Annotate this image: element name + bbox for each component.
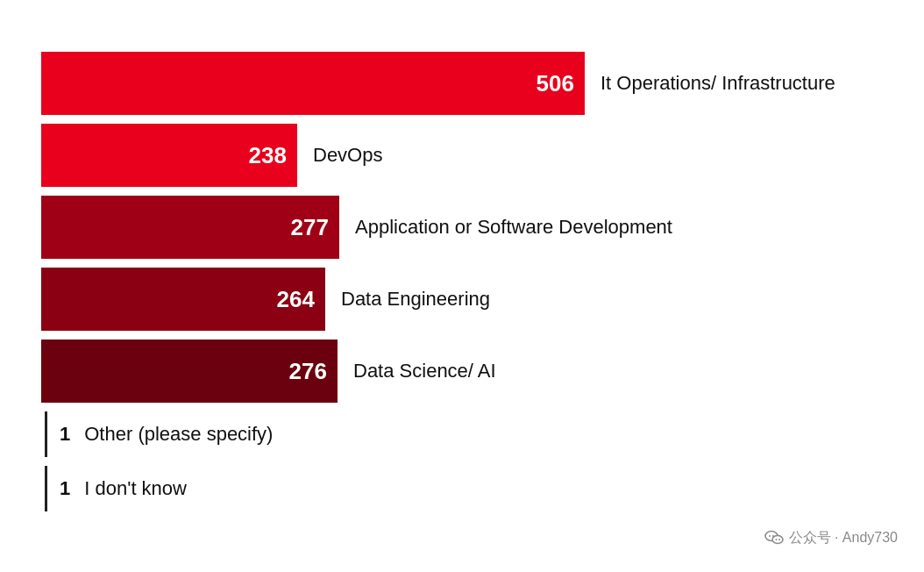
wechat-icon — [764, 528, 784, 547]
svg-point-3 — [772, 536, 783, 544]
bar-label-it-ops: It Operations/ Infrastructure — [601, 72, 835, 95]
bar-wrapper-data-sci: 276 — [41, 340, 338, 403]
bar-label-data-sci: Data Science/ AI — [353, 360, 496, 383]
watermark-text: 公众号 · Andy730 — [789, 529, 899, 547]
bar-devops: 238 — [41, 124, 297, 187]
small-value-other: 1 — [60, 423, 70, 446]
bar-row-app-dev: 277Application or Software Development — [41, 196, 883, 259]
bar-value-app-dev: 277 — [291, 214, 329, 241]
watermark: 公众号 · Andy730 — [764, 528, 899, 547]
bar-wrapper-data-eng: 264 — [41, 268, 325, 331]
bar-data-sci: 276 — [41, 340, 338, 403]
bar-wrapper-devops: 238 — [41, 124, 297, 187]
bar-value-data-eng: 264 — [277, 286, 315, 313]
small-row-dont-know: 1I don't know — [41, 466, 883, 511]
bar-row-it-ops: 506It Operations/ Infrastructure — [41, 52, 883, 115]
small-row-border-other: 1Other (please specify) — [45, 411, 273, 457]
bar-wrapper-it-ops: 506 — [41, 52, 585, 115]
svg-point-5 — [778, 539, 780, 540]
small-label-dont-know: I don't know — [84, 477, 187, 500]
bar-row-data-eng: 264Data Engineering — [41, 268, 883, 331]
small-row-border-dont-know: 1I don't know — [45, 466, 187, 511]
chart-container: 506It Operations/ Infrastructure238DevOp… — [32, 34, 892, 538]
bar-label-data-eng: Data Engineering — [341, 288, 490, 311]
bar-app-dev: 277 — [41, 196, 339, 259]
bar-value-it-ops: 506 — [537, 70, 574, 97]
small-row-other: 1Other (please specify) — [41, 411, 883, 457]
svg-point-1 — [769, 535, 771, 537]
bar-data-eng: 264 — [41, 268, 325, 331]
bar-wrapper-app-dev: 277 — [41, 196, 339, 259]
bar-value-data-sci: 276 — [289, 358, 327, 385]
small-label-other: Other (please specify) — [84, 423, 273, 446]
bar-row-devops: 238DevOps — [41, 124, 883, 187]
bar-row-data-sci: 276Data Science/ AI — [41, 340, 883, 403]
bar-it-ops: 506 — [41, 52, 585, 115]
bar-label-app-dev: Application or Software Development — [355, 216, 672, 239]
small-value-dont-know: 1 — [60, 477, 70, 500]
svg-point-4 — [775, 539, 777, 540]
bar-label-devops: DevOps — [313, 144, 382, 167]
bar-value-devops: 238 — [249, 142, 287, 169]
